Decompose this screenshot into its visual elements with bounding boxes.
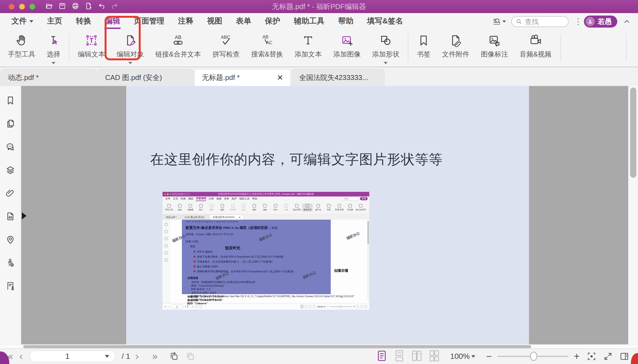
- separator: [626, 34, 627, 61]
- link-text-icon: AB: [172, 34, 185, 47]
- horizontal-scrollbar-thumb[interactable]: [23, 345, 531, 348]
- mini-scrollbar: [367, 221, 369, 300]
- close-window-button[interactable]: [9, 4, 14, 10]
- hand-tool-button[interactable]: 手型工具: [2, 33, 41, 60]
- fit-page-button[interactable]: [587, 351, 596, 361]
- user-account-button[interactable]: 若愚: [584, 16, 617, 28]
- bookmark-panel-icon[interactable]: [5, 95, 16, 106]
- search-replace-button[interactable]: ABAC 搜索&替换: [246, 33, 289, 60]
- undo-icon[interactable]: [98, 2, 106, 11]
- minimize-window-button[interactable]: [19, 4, 25, 10]
- vertical-scrollbar[interactable]: [628, 86, 638, 344]
- attachments-panel-icon[interactable]: [5, 188, 16, 198]
- advanced-search-button[interactable]: [492, 17, 506, 26]
- hand-icon: [15, 34, 28, 47]
- add-image-button[interactable]: 添加图像: [327, 33, 366, 60]
- menu-fill-sign[interactable]: 填写&签名: [367, 14, 403, 29]
- select-tool-button[interactable]: 选择: [41, 33, 66, 65]
- close-tab-icon[interactable]: ✕: [277, 73, 283, 82]
- form-fields-panel-icon[interactable]: [5, 211, 16, 222]
- fullscreen-button[interactable]: [603, 351, 613, 361]
- reading-panel-button[interactable]: [619, 351, 629, 361]
- page-thumbnails-icon[interactable]: [5, 118, 16, 129]
- separator: [69, 34, 69, 61]
- file-attachment-button[interactable]: 文件附件: [436, 33, 475, 60]
- previous-view-button[interactable]: [169, 351, 179, 361]
- search-input[interactable]: 查找: [511, 16, 569, 27]
- embedded-screenshot-image[interactable]: 全国法院失4233333信被执行人名单信息公布与查询_报告_wrapper.pd…: [163, 192, 369, 310]
- menu-help[interactable]: 帮助: [338, 14, 353, 29]
- edit-text-button[interactable]: 编辑文本: [72, 33, 111, 60]
- menu-convert[interactable]: 转换: [76, 14, 91, 29]
- digital-signature-panel-icon[interactable]: [5, 258, 16, 268]
- destinations-panel-icon[interactable]: [5, 234, 16, 245]
- spell-check-button[interactable]: ABC 拼写检查: [207, 33, 246, 60]
- avatar: [586, 17, 595, 26]
- comments-panel-icon[interactable]: [5, 142, 16, 152]
- collapse-toolbar-icon[interactable]: [623, 17, 631, 26]
- search-icon: [516, 18, 522, 25]
- zoom-slider[interactable]: [497, 356, 568, 357]
- zoom-slider-thumb[interactable]: [530, 352, 537, 361]
- menu-accessibility[interactable]: 辅助工具: [294, 14, 324, 29]
- zoom-window-button[interactable]: [29, 4, 35, 10]
- document-tab[interactable]: 全国法院失4233333...: [292, 69, 385, 86]
- menu-page-management[interactable]: 页面管理: [134, 14, 164, 29]
- menu-edit[interactable]: 编辑: [105, 14, 120, 29]
- menu-comment[interactable]: 注释: [178, 14, 193, 29]
- added-text: 短发时光: [225, 246, 240, 250]
- zoom-out-button[interactable]: −: [482, 351, 496, 362]
- document-tab[interactable]: CAD 图.pdf (安全): [98, 69, 193, 86]
- menu-protect[interactable]: 保护: [265, 14, 280, 29]
- editable-heading-text[interactable]: 在这里创作你的内容，可编辑文字图片形状等等: [150, 150, 443, 169]
- edit-object-icon: [124, 34, 137, 47]
- print-icon[interactable]: [71, 2, 79, 11]
- horizontal-scrollbar[interactable]: [0, 344, 638, 348]
- chevron-down-icon: [105, 355, 109, 358]
- single-page-view-button[interactable]: [377, 350, 387, 363]
- more-options-icon[interactable]: ⋮: [574, 20, 578, 23]
- stamp-panel-icon[interactable]: [5, 281, 16, 291]
- chevron-down-icon: [52, 62, 55, 64]
- edit-object-button[interactable]: 编辑对象: [111, 33, 150, 65]
- bookmark-button[interactable]: 书签: [411, 33, 436, 60]
- document-canvas[interactable]: 在这里创作你的内容，可编辑文字图片形状等等 全国法院失4233333信被执行人名…: [21, 86, 628, 344]
- add-text-button[interactable]: 添加文本: [289, 33, 327, 60]
- sidebar-expander-arrow[interactable]: [22, 212, 26, 219]
- layers-panel-icon[interactable]: [5, 165, 16, 175]
- new-document-icon[interactable]: [84, 2, 93, 11]
- link-merge-text-button[interactable]: AB 链接&合并文本: [150, 33, 207, 60]
- mini-titlebar: 全国法院失4233333信被执行人名单信息公布与查询_报告_wrapper.pd…: [163, 192, 369, 196]
- next-page-button[interactable]: ›: [132, 351, 142, 362]
- chevron-down-icon: [384, 62, 388, 64]
- vertical-scrollbar-thumb[interactable]: [630, 88, 636, 178]
- statusbar: « ‹ 1 / 1 › » 100%: [0, 348, 638, 364]
- add-shape-button[interactable]: 添加形状: [366, 33, 405, 65]
- next-view-button[interactable]: [185, 351, 195, 361]
- image-annotation-icon: [488, 34, 501, 47]
- image-annotation-button[interactable]: 图像标注: [475, 33, 514, 60]
- svg-text:AB: AB: [262, 35, 268, 39]
- open-file-icon[interactable]: [45, 2, 53, 11]
- menu-file[interactable]: 文件: [11, 14, 33, 29]
- save-icon[interactable]: [58, 2, 66, 11]
- document-tab[interactable]: 动态.pdf *: [1, 69, 97, 86]
- facing-view-button[interactable]: [412, 350, 422, 363]
- zoom-level-label[interactable]: 100%: [450, 352, 470, 361]
- chevron-down-icon: [128, 62, 132, 64]
- previous-page-button[interactable]: ‹: [16, 351, 26, 362]
- last-page-button[interactable]: »: [149, 351, 161, 362]
- continuous-view-button[interactable]: [394, 350, 404, 363]
- zoom-in-button[interactable]: +: [570, 351, 583, 362]
- pdf-page[interactable]: 在这里创作你的内容，可编辑文字图片形状等等 全国法院失4233333信被执行人名…: [126, 86, 529, 344]
- titlebar: 无标题.pdf * - 福昕PDF编辑器: [0, 0, 638, 13]
- chevron-down-icon[interactable]: [471, 355, 475, 358]
- audio-video-button[interactable]: 音频&视频: [514, 33, 557, 60]
- document-tab-active[interactable]: 无标题.pdf * ✕: [194, 69, 291, 86]
- menu-view[interactable]: 视图: [207, 14, 222, 29]
- page-number-input[interactable]: 1: [29, 351, 116, 362]
- menu-form[interactable]: 表单: [236, 14, 251, 29]
- menu-home[interactable]: 主页: [47, 14, 62, 29]
- facing-continuous-view-button[interactable]: [429, 350, 439, 363]
- redo-icon[interactable]: [111, 2, 119, 11]
